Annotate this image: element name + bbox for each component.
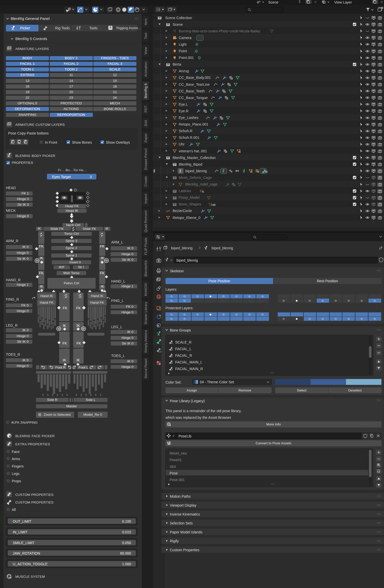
svg-text:?: ? [109, 26, 111, 30]
